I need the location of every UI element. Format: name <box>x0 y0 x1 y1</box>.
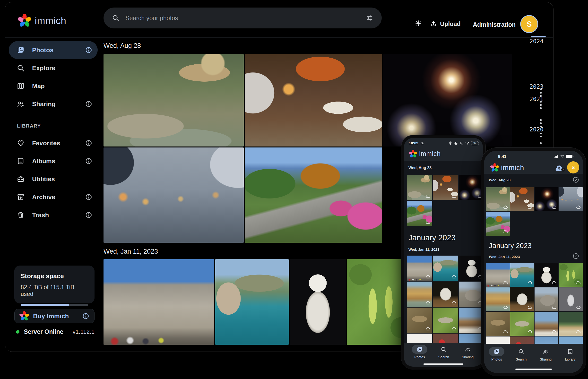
info-icon[interactable] <box>85 100 92 108</box>
thumbnail-coastal[interactable] <box>510 263 534 287</box>
info-icon[interactable] <box>85 158 92 165</box>
cloud-sync-icon <box>503 304 508 310</box>
thumbnail-autumn[interactable] <box>407 201 432 226</box>
photo-bust[interactable] <box>290 259 346 345</box>
photo-autumn[interactable] <box>245 147 382 243</box>
nav-item-library[interactable]: Library <box>557 347 583 361</box>
sidebar-item-albums[interactable]: Albums <box>9 152 98 170</box>
search-input[interactable] <box>125 14 366 22</box>
iphone-status-right <box>554 154 572 159</box>
timeline-year-2024[interactable]: 2024 <box>529 38 543 45</box>
thumbnail-autumn[interactable] <box>486 212 510 236</box>
server-online-dot <box>16 330 19 333</box>
sidebar-item-sharing[interactable]: Sharing <box>9 95 98 113</box>
thumbnail-fireworks[interactable] <box>535 187 558 211</box>
timeline-year-2020[interactable]: 2020 <box>529 126 543 133</box>
cloud-sync-icon <box>503 280 508 285</box>
thumbnail-ruins[interactable] <box>535 287 558 311</box>
cloud-sync-icon <box>551 304 557 310</box>
photo-fireworks[interactable] <box>383 54 512 146</box>
thumbnail-beach[interactable] <box>407 282 432 307</box>
thumbnail-fortress[interactable] <box>407 256 432 281</box>
thumbnail-fireworks[interactable] <box>459 175 483 200</box>
photo-fortress[interactable] <box>104 259 214 345</box>
cloud-icon <box>575 329 581 334</box>
info-icon[interactable] <box>85 193 92 201</box>
date-header: Wed, Jan 11, 2023 <box>489 255 520 259</box>
thumbnail-dinner[interactable] <box>510 187 534 211</box>
sidebar-item-label: Favorites <box>32 140 85 147</box>
photos-icon <box>416 346 423 352</box>
info-icon[interactable] <box>82 313 89 320</box>
upload-button[interactable]: Upload <box>430 20 461 28</box>
theme-toggle-button[interactable] <box>415 20 422 27</box>
photo-hands[interactable] <box>104 147 244 243</box>
thumbnail-lizard2[interactable] <box>510 312 534 336</box>
cloud-sync-icon <box>575 204 581 210</box>
photo-coastal[interactable] <box>215 259 289 345</box>
immich-logo[interactable]: immich <box>18 14 66 28</box>
timeline-dot <box>540 142 541 144</box>
cloud-icon <box>451 326 457 332</box>
thumbnail-monkeys[interactable] <box>486 187 510 211</box>
home-indicator[interactable] <box>424 363 464 365</box>
thumbnail-bust[interactable] <box>535 263 558 287</box>
select-all-check-icon[interactable] <box>572 176 579 183</box>
warn-triangle-icon <box>420 141 424 145</box>
thumbnail-sculpture[interactable] <box>510 287 534 311</box>
immich-logo: immich <box>409 150 441 158</box>
thumbnail-village[interactable] <box>459 308 483 333</box>
thumbnail-monkeys[interactable] <box>407 175 432 200</box>
sidebar-item-utilities[interactable]: Utilities <box>9 170 98 188</box>
info-icon[interactable] <box>85 211 92 219</box>
sidebar-item-map[interactable]: Map <box>9 77 98 95</box>
select-all-check-icon[interactable] <box>572 253 579 259</box>
thumbnail-lizard1[interactable] <box>486 312 510 336</box>
info-icon[interactable] <box>85 47 92 54</box>
thumbnail-lizard1[interactable] <box>407 308 432 333</box>
thumbnail-berries[interactable] <box>559 263 583 287</box>
nav-item-search[interactable]: Search <box>430 345 457 359</box>
nav-item-sharing[interactable]: Sharing <box>454 345 481 359</box>
thumbnail-beach[interactable] <box>486 287 510 311</box>
thumbnail-village[interactable] <box>535 312 558 336</box>
sidebar-item-explore[interactable]: Explore <box>9 59 98 77</box>
filter-tune-icon[interactable] <box>366 14 373 22</box>
people-icon <box>465 346 471 352</box>
nav-item-photos[interactable]: Photos <box>406 345 433 359</box>
home-indicator[interactable] <box>515 369 552 370</box>
nav-item-search[interactable]: Search <box>508 347 535 361</box>
iphone-mockup: 9:41 immich ✓ S Wed, Aug 28 January 2023… <box>481 148 586 376</box>
thumbnail-dinner[interactable] <box>433 175 458 200</box>
search-bar[interactable] <box>104 8 382 29</box>
thumbnail-ruins[interactable] <box>459 282 483 307</box>
sidebar-item-favorites[interactable]: Favorites <box>9 134 98 152</box>
thumbnail-fortress[interactable] <box>486 263 510 287</box>
nav-item-sharing[interactable]: Sharing <box>532 347 559 361</box>
user-avatar[interactable]: S <box>567 161 579 174</box>
sidebar-item-photos[interactable]: Photos <box>9 41 98 59</box>
backup-cloud-icon[interactable]: ✓ <box>554 162 565 171</box>
photo-dinner[interactable] <box>245 54 382 146</box>
thumbnail-bust[interactable] <box>459 256 483 281</box>
thumbnail-alpine[interactable] <box>559 312 583 336</box>
toolbox-icon <box>16 175 25 183</box>
sidebar-item-trash[interactable]: Trash <box>9 206 98 224</box>
mute-box-icon <box>460 141 464 145</box>
thumbnail-lizard2[interactable] <box>433 308 458 333</box>
administration-link[interactable]: Administration <box>473 21 516 28</box>
info-icon[interactable] <box>85 140 92 147</box>
sidebar-item-archive[interactable]: Archive <box>9 188 98 206</box>
sidebar-item-label: Trash <box>32 211 85 219</box>
buy-immich-button[interactable]: Buy Immich <box>14 309 95 323</box>
cloud-icon <box>503 329 508 334</box>
cloud-icon <box>551 304 557 310</box>
thumbnail-trophy[interactable] <box>559 287 583 311</box>
nav-item-photos[interactable]: Photos <box>484 347 510 361</box>
photo-monkeys[interactable] <box>104 54 244 146</box>
thumbnail-sculpture[interactable] <box>433 282 458 307</box>
thumbnail-hands[interactable] <box>559 187 583 211</box>
sidebar-item-label: Map <box>32 82 92 90</box>
avatar-initial: S <box>572 165 575 170</box>
thumbnail-coastal[interactable] <box>433 256 458 281</box>
